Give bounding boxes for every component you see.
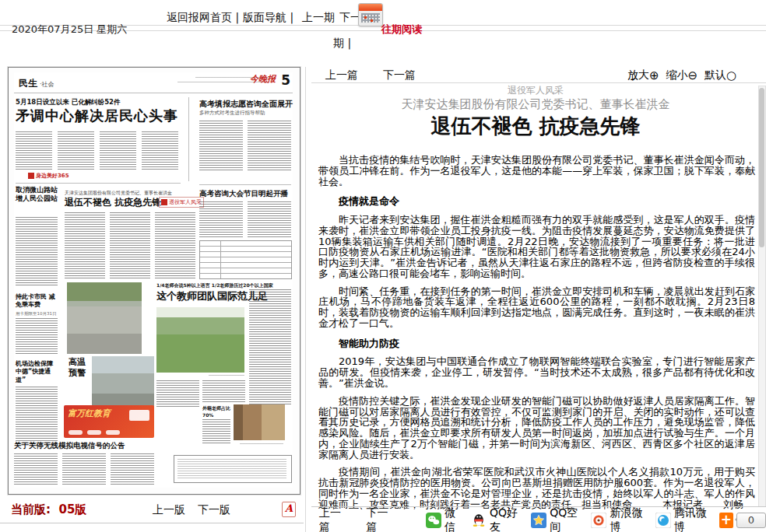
ad-coupon — [129, 410, 149, 421]
park-lawn-photo — [156, 307, 244, 373]
a1-headline: 矛调中心解决居民心头事 — [16, 107, 178, 125]
share-tencent-weibo-button[interactable]: 腾讯微博 — [655, 506, 709, 532]
zoom-out-icon: ⊖ — [687, 68, 697, 82]
text-block — [156, 380, 199, 407]
text-block — [16, 131, 52, 170]
calendar-icon-dot — [364, 16, 367, 19]
text-block — [16, 217, 58, 287]
share-qzone-label: QQ空间 — [550, 506, 581, 532]
tencent-weibo-icon — [655, 513, 674, 528]
zoom-in-button[interactable]: 放大⊕ — [627, 68, 659, 81]
share-bar: 上一篇 下一篇 微信 QQ好友 QQ空间 新浪微博 腾讯微博 + 0 — [319, 510, 766, 530]
scrollbar-thumb[interactable] — [759, 88, 764, 247]
nav-home-link[interactable]: 返回报网首页 | — [167, 11, 239, 25]
library-photo — [234, 404, 285, 440]
text-block — [177, 459, 286, 479]
share-qzone-button[interactable]: QQ空间 — [531, 506, 581, 532]
qq-icon — [471, 513, 490, 528]
text-block — [248, 201, 291, 237]
next-article-button-bottom[interactable]: 下一篇 — [366, 506, 394, 532]
text-block — [248, 121, 291, 170]
calendar-icon[interactable] — [358, 3, 383, 26]
article-paragraph: 时间紧、任务重，在接到任务的第一时间，崔洪金立即安排司机和车辆，凌晨就出发赶到石… — [318, 286, 755, 329]
panel-divider — [305, 67, 306, 532]
prev-page-button[interactable]: 上一版 — [153, 503, 185, 517]
article-paragraph: 当抗击疫情的集结号吹响时，天津安达集团股份有限公司党委书记、董事长崔洪金闻令而动… — [318, 155, 755, 187]
calendar-icon-dot — [371, 19, 373, 22]
a7-stat: 外籍老师占比70% — [202, 405, 234, 418]
feature-headline: 退伍不褪色 抗疫急先锋 — [65, 196, 161, 209]
nav-layout-link[interactable]: 版面导航 | — [243, 11, 293, 25]
current-page-label: 当前版: 05版 — [11, 502, 86, 517]
text-block — [65, 212, 105, 279]
text-block — [14, 453, 58, 486]
text-block — [62, 453, 106, 486]
share-wechat-button[interactable]: 微信 — [426, 506, 461, 532]
prev-article-button[interactable]: 上一篇 — [325, 68, 358, 82]
zoom-out-button[interactable]: 缩小⊖ — [666, 68, 697, 81]
zoom-default-icon: ○ — [726, 68, 736, 82]
article-kicker: 退役军人风采 — [318, 84, 754, 97]
rule — [199, 184, 291, 185]
feature-badge: 退役军人风采 — [159, 197, 204, 208]
ad-text: 富万红教育 — [68, 408, 111, 419]
text-block — [202, 380, 245, 402]
heat-warning-label: 高温预警 — [69, 357, 89, 380]
rule — [188, 97, 189, 181]
article-body: 当抗击疫情的集结号吹响时，天津安达集团股份有限公司党委书记、董事长崔洪金闻令而动… — [318, 148, 755, 516]
qzone-icon — [531, 513, 550, 528]
article-paragraph: 2019年，安达集团与中国联通合作成立了物联网智能终端联合实验室，专门进行智能居… — [318, 356, 755, 388]
page-number: 5 — [281, 72, 290, 88]
share-sina-weibo-button[interactable]: 新浪微博 — [591, 506, 645, 532]
text-block — [199, 121, 243, 170]
past-issues-link[interactable]: 往期阅读 — [381, 23, 422, 37]
next-page-button[interactable]: 下一版 — [198, 503, 230, 517]
street-crowd-photo — [67, 282, 142, 354]
paper-name-script: 今晚报 — [250, 73, 276, 85]
issue-date: 2020年07月25日 星期六 — [12, 23, 127, 37]
notice-box — [174, 455, 292, 483]
pdf-download-icon[interactable] — [282, 502, 296, 517]
share-wechat-label: 微信 — [444, 506, 461, 532]
text-block — [202, 419, 230, 444]
a7-kicker: 1/4老师会说5种以上语言 1/2老师游历过20个以上国家 — [156, 282, 273, 289]
rule — [14, 93, 293, 93]
zoom-default-button[interactable]: 默认○ — [705, 68, 736, 81]
epaper-reader: 2020年07月25日 星期六 返回报网首页 | 版面导航 | 上一期 下一 期… — [0, 0, 766, 532]
article-subtitle: 天津安达集团股份有限公司党委书记、董事长崔洪金 — [318, 97, 754, 112]
article-paragraph: 疫情期间，崔洪金向湖北省荣军医院和武汉市火神山医院以个人名义捐款10万元，用于购… — [318, 467, 755, 509]
share-qq-button[interactable]: QQ好友 — [471, 506, 521, 532]
schedule-table — [199, 240, 292, 279]
calendar-icon-top — [359, 4, 382, 11]
share-sina-weibo-label: 新浪微博 — [610, 506, 645, 532]
share-tencent-weibo-label: 腾讯微博 — [674, 506, 709, 532]
font-controls: 放大⊕ 缩小⊖ 默认○ — [627, 68, 736, 82]
text-block — [16, 318, 58, 354]
badge-square — [28, 173, 34, 179]
section-title: 民生 — [19, 77, 37, 90]
ad-pill — [87, 430, 101, 435]
page-thumbnail[interactable]: 民生 ·社会 今晚报 5 5月18日设立以来 已化解纠纷52件 矛调中心解决居民… — [8, 67, 300, 495]
share-qq-label: QQ好友 — [490, 506, 521, 532]
badge-square — [161, 199, 167, 205]
share-more-button[interactable]: + — [719, 513, 733, 528]
next-article-button[interactable]: 下一篇 — [383, 68, 416, 82]
ad-pill — [69, 430, 83, 435]
share-count-badge: 0 — [736, 513, 766, 528]
newspaper-page: 民生 ·社会 今晚报 5 5月18日设立以来 已化解纠纷52件 矛调中心解决居民… — [14, 72, 293, 488]
text-block — [110, 212, 150, 279]
toolbar-divider — [311, 82, 766, 83]
photo-caption — [209, 375, 244, 377]
prev-article-button-bottom[interactable]: 上一篇 — [319, 506, 347, 532]
nav-next-issue-link-wrap[interactable]: 期 | — [333, 37, 351, 51]
a5-headline: 持此卡市民 减免乘车费 — [16, 293, 61, 310]
text-block — [249, 289, 291, 404]
article-paragraph: 疫情防控关键之际，崔洪金发现企业研发的智能门磁可以协助做好返津人员居家隔离工作。… — [318, 396, 755, 460]
a5-subtitle: 用卡期限至10月31日 — [16, 311, 57, 317]
a2-subtitle: 多种方式对考生进行指导帮助 — [199, 110, 265, 117]
nav-prev-issue-link[interactable]: 上一期 — [302, 11, 335, 25]
a8-headline: 关于关停无线模拟电视信号的公告 — [14, 441, 125, 451]
photo-caption — [240, 443, 283, 446]
left-bottom-divider — [0, 523, 304, 523]
badge-365: 身边美好365 — [28, 172, 69, 180]
